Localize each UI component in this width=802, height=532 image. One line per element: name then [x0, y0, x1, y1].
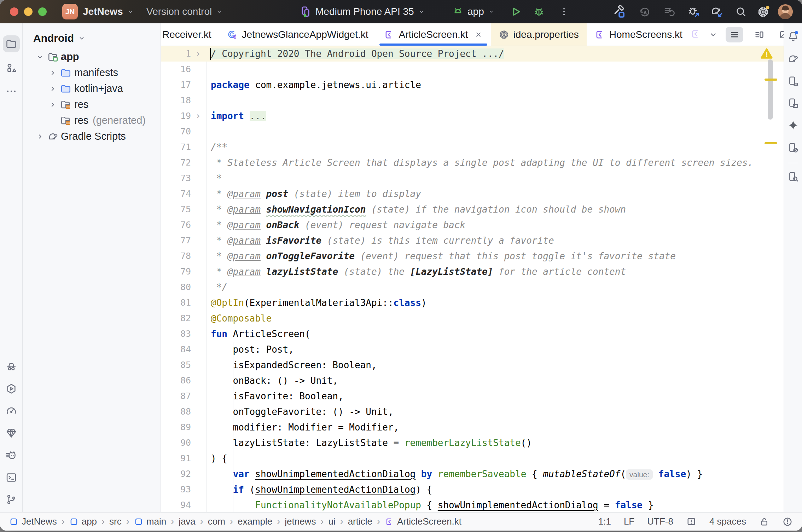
code-line[interactable]: 93 if (showUnimplementedActionDialog) {: [161, 482, 784, 497]
status-line-separator[interactable]: LF: [624, 516, 634, 527]
tab-homescreens-kt[interactable]: HomeScreens.kt: [587, 23, 690, 46]
tool-strip-resource-manager-button[interactable]: [3, 59, 20, 76]
device-selector[interactable]: Medium Phone API 35: [299, 0, 425, 23]
tool-strip-running-devices-button[interactable]: [785, 96, 801, 111]
code-line[interactable]: 77 * @param isFavorite (state) is this i…: [161, 233, 784, 248]
fold-chevron-icon[interactable]: ›: [196, 46, 200, 62]
settings-button[interactable]: [757, 0, 770, 23]
code-line[interactable]: 1›/ Copyright 2020 The Android Open Sour…: [161, 46, 784, 62]
status-problems[interactable]: [782, 516, 793, 527]
breadcrumb-item-article[interactable]: article: [348, 516, 372, 527]
tab-articlescreen-kt[interactable]: ArticleScreen.kt: [376, 23, 490, 46]
tool-strip-notifications-button[interactable]: [785, 28, 801, 44]
tool-strip-device-explorer-button[interactable]: [3, 358, 20, 375]
breadcrumb-item-main[interactable]: main: [134, 516, 166, 527]
tool-strip-more-tool-windows-button[interactable]: [3, 83, 20, 100]
tool-strip-terminal-button[interactable]: [3, 469, 20, 486]
tool-strip-app-quality-insights-button[interactable]: [3, 424, 20, 441]
tool-strip-version-control-button[interactable]: [3, 491, 20, 508]
fold-chevron-icon[interactable]: ›: [196, 108, 200, 124]
inspections-warning-icon[interactable]: [760, 47, 774, 61]
more-run-options-button[interactable]: [559, 0, 569, 23]
tab-receiver-kt[interactable]: Receiver.kt: [161, 23, 219, 46]
run-button[interactable]: [509, 0, 522, 23]
code-line[interactable]: 70: [161, 124, 784, 139]
status-caret-position[interactable]: 1:1: [598, 516, 611, 527]
attach-debugger-button[interactable]: [687, 0, 700, 23]
code-line[interactable]: 79 * @param lazyListState (state) the [L…: [161, 264, 784, 279]
breadcrumb-item-src[interactable]: src: [109, 516, 122, 527]
profile-run-button[interactable]: [638, 0, 651, 23]
tool-strip-gradle-button[interactable]: [785, 51, 801, 66]
gradle-sync-button[interactable]: [710, 0, 723, 23]
project-tree-item-app[interactable]: app: [23, 49, 161, 65]
code-editor[interactable]: 1›/ Copyright 2020 The Android Open Sour…: [161, 46, 784, 512]
code-line[interactable]: 88 onToggleFavorite: () -> Unit,: [161, 404, 784, 420]
status-encoding[interactable]: UTF-8: [647, 516, 673, 527]
breadcrumb-item-app[interactable]: app: [69, 516, 97, 527]
code-line[interactable]: 75 * @param showNavigationIcon (state) i…: [161, 202, 784, 217]
search-everywhere-button[interactable]: [735, 0, 747, 23]
coverage-button[interactable]: [663, 0, 676, 23]
code-line[interactable]: 82@Composable: [161, 311, 784, 326]
code-line[interactable]: 73 *: [161, 170, 784, 186]
chevron-down-icon[interactable]: [35, 52, 45, 62]
code-line[interactable]: 19›import ...: [161, 108, 784, 124]
code-line[interactable]: 91) {: [161, 451, 784, 466]
code-line[interactable]: 92 var showUnimplementedActionDialog by …: [161, 466, 784, 482]
tool-strip-profiler-button[interactable]: [3, 403, 20, 420]
code-line[interactable]: 76 * @param onBack (event) request navig…: [161, 217, 784, 233]
code-line[interactable]: 81@OptIn(ExperimentalMaterial3Api::class…: [161, 295, 784, 311]
view-mode-split-button[interactable]: [750, 27, 768, 42]
tool-strip-gemini-button[interactable]: [785, 117, 801, 133]
chevron-right-icon[interactable]: [48, 84, 57, 93]
zoom-window-button[interactable]: [38, 7, 47, 16]
breadcrumb-item-jetnews[interactable]: JetNews: [9, 516, 57, 527]
project-tree-item-res[interactable]: res: [23, 97, 161, 112]
tab-jetnewsglanceappwidget-kt[interactable]: JetnewsGlanceAppWidget.kt: [219, 23, 376, 46]
breadcrumb-item-articlescreen-kt[interactable]: ArticleScreen.kt: [385, 516, 461, 527]
project-widget[interactable]: JetNews: [83, 0, 134, 23]
tool-strip-device-manager-button[interactable]: [785, 74, 801, 89]
breadcrumb-item-example[interactable]: example: [238, 516, 272, 527]
code-line[interactable]: 18: [161, 93, 784, 108]
tab-idea-properties[interactable]: idea.properties: [491, 23, 587, 46]
code-line[interactable]: 89 modifier: Modifier = Modifier,: [161, 420, 784, 435]
user-avatar[interactable]: [777, 0, 794, 23]
close-window-button[interactable]: [10, 7, 18, 16]
chevron-right-icon[interactable]: [48, 100, 57, 109]
vcs-widget[interactable]: Version control: [146, 0, 223, 23]
project-tree-item-manifests[interactable]: manifests: [23, 65, 161, 81]
code-line[interactable]: 78 * @param onToggleFavorite (event) req…: [161, 248, 784, 264]
code-line[interactable]: 85 isExpandedScreen: Boolean,: [161, 357, 784, 373]
status-indent[interactable]: 4 spaces: [709, 516, 746, 527]
code-line[interactable]: 90 lazyListState: LazyListState = rememb…: [161, 435, 784, 451]
analysis-mark[interactable]: [765, 142, 777, 144]
analysis-mark[interactable]: [765, 79, 777, 81]
tool-strip-services-button[interactable]: [3, 380, 20, 397]
project-tree-item-gradle-scripts[interactable]: Gradle Scripts: [23, 128, 161, 144]
run-configuration-selector[interactable]: app: [452, 0, 495, 23]
tool-strip-app-inspection-button[interactable]: [785, 169, 801, 185]
project-tree-item-kotlin-java[interactable]: kotlin+java: [23, 81, 161, 97]
chevron-right-icon[interactable]: [48, 68, 57, 77]
status-inspections-widget[interactable]: [686, 516, 697, 527]
code-line[interactable]: 83fun ArticleScreen(: [161, 326, 784, 342]
view-mode-code-button[interactable]: [726, 27, 743, 42]
debug-button[interactable]: [533, 0, 545, 23]
tool-strip-project-button[interactable]: [3, 35, 20, 52]
tool-strip-device-mirroring-button[interactable]: [785, 140, 801, 156]
project-view-selector[interactable]: Android: [33, 30, 86, 46]
code-line[interactable]: 86 onBack: () -> Unit,: [161, 373, 784, 388]
code-line[interactable]: 16: [161, 62, 784, 77]
code-line[interactable]: 80 */: [161, 279, 784, 295]
breadcrumb-item-jetnews[interactable]: jetnews: [285, 516, 316, 527]
code-line[interactable]: 87 isFavorite: Boolean,: [161, 388, 784, 404]
minimize-window-button[interactable]: [24, 7, 33, 16]
status-file-lock[interactable]: [759, 516, 769, 527]
chevron-right-icon[interactable]: [35, 132, 45, 141]
code-line[interactable]: 84 post: Post,: [161, 342, 784, 357]
code-line[interactable]: 74 * @param post (state) item to display: [161, 186, 784, 202]
code-line[interactable]: 94 FunctionalityNotAvailablePopup { show…: [161, 497, 784, 513]
breadcrumb-item-ui[interactable]: ui: [328, 516, 335, 527]
